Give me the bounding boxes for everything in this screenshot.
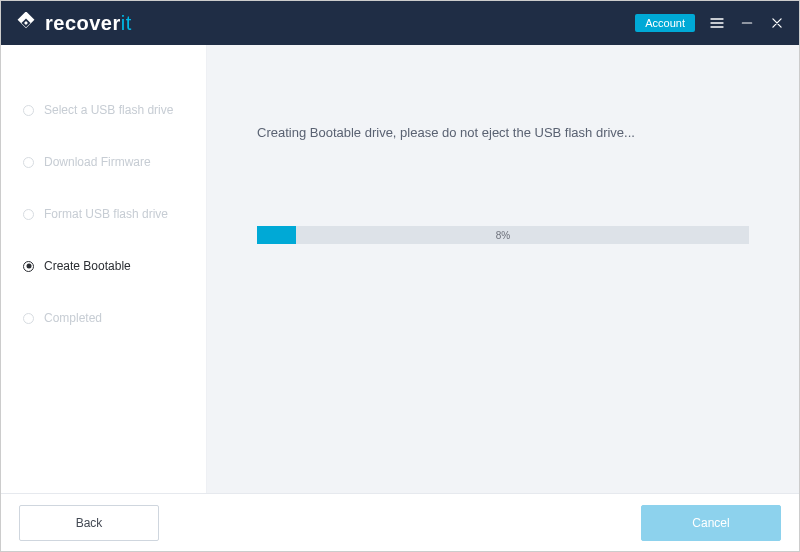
- step-label: Download Firmware: [44, 155, 151, 169]
- step-select-usb: Select a USB flash drive: [1, 93, 206, 127]
- footer: Back Cancel: [1, 493, 799, 551]
- step-format-usb: Format USB flash drive: [1, 197, 206, 231]
- step-radio-icon: [23, 157, 34, 168]
- sidebar: Select a USB flash drive Download Firmwa…: [1, 45, 207, 493]
- titlebar: recoverit Account: [1, 1, 799, 45]
- progress-fill: [257, 226, 296, 244]
- step-radio-icon: [23, 313, 34, 324]
- main-content: Creating Bootable drive, please do not e…: [207, 45, 799, 493]
- logo-primary: recover: [45, 12, 121, 34]
- status-text: Creating Bootable drive, please do not e…: [257, 125, 749, 140]
- titlebar-controls: Account: [635, 14, 785, 32]
- cancel-button[interactable]: Cancel: [641, 505, 781, 541]
- logo-accent: it: [121, 12, 132, 34]
- step-label: Create Bootable: [44, 259, 131, 273]
- account-button[interactable]: Account: [635, 14, 695, 32]
- logo-text: recoverit: [45, 12, 132, 35]
- step-label: Format USB flash drive: [44, 207, 168, 221]
- step-download-firmware: Download Firmware: [1, 145, 206, 179]
- step-label: Select a USB flash drive: [44, 103, 173, 117]
- step-completed: Completed: [1, 301, 206, 335]
- minimize-icon[interactable]: [739, 15, 755, 31]
- step-create-bootable: Create Bootable: [1, 249, 206, 283]
- logo-area: recoverit: [15, 12, 132, 35]
- progress-label: 8%: [496, 230, 510, 241]
- step-label: Completed: [44, 311, 102, 325]
- close-icon[interactable]: [769, 15, 785, 31]
- body: Select a USB flash drive Download Firmwa…: [1, 45, 799, 493]
- progress-bar: 8%: [257, 226, 749, 244]
- back-button[interactable]: Back: [19, 505, 159, 541]
- step-radio-icon: [23, 105, 34, 116]
- step-radio-icon: [23, 209, 34, 220]
- menu-icon[interactable]: [709, 15, 725, 31]
- step-radio-icon: [23, 261, 34, 272]
- logo-icon: [15, 12, 37, 34]
